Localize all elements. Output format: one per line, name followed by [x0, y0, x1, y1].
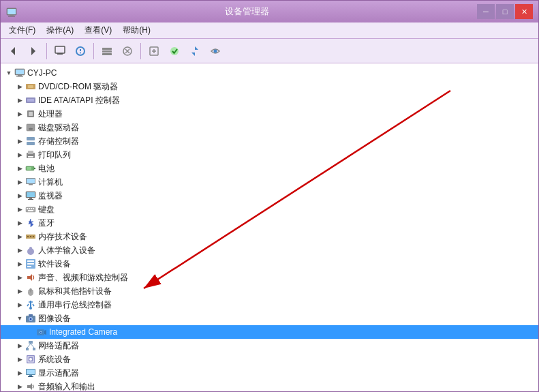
toolbar-btn3[interactable] [97, 42, 117, 61]
expand-keyboard[interactable]: ▶ [14, 204, 25, 215]
svg-line-73 [33, 304, 34, 306]
tree-computer[interactable]: ▶ 计算机 [1, 175, 538, 189]
tree-sound[interactable]: ▶ 声音、视频和游戏控制器 [1, 271, 538, 284]
svg-rect-49 [28, 199, 33, 200]
network-icon [25, 340, 36, 351]
toolbar-btn5[interactable] [144, 42, 164, 61]
tree-cpu[interactable]: ▶ 处理器 [1, 107, 538, 121]
expand-dvd[interactable]: ▶ [14, 81, 25, 92]
expand-print[interactable]: ▶ [14, 149, 25, 160]
expand-memory[interactable]: ▶ [14, 231, 25, 242]
toolbar-forward[interactable] [24, 42, 43, 61]
ide-label: IDE ATA/ATAPI 控制器 [38, 95, 120, 106]
expand-hid[interactable]: ▶ [14, 245, 25, 256]
svg-rect-30 [27, 99, 34, 102]
toolbar-btn1[interactable] [50, 42, 70, 61]
expand-storage[interactable]: ▶ [14, 136, 25, 147]
tree-network[interactable]: ▶ 网络适配器 [1, 339, 538, 352]
expand-usb[interactable]: ▶ [14, 299, 25, 310]
tree-disk[interactable]: ▶ 磁盘驱动器 [1, 121, 538, 134]
expand-monitor[interactable]: ▶ [14, 190, 25, 201]
menu-action[interactable]: 操作(A) [41, 23, 79, 37]
tree-dvd[interactable]: ▶ DVD/CD-ROM 驱动器 [1, 80, 538, 93]
svg-marker-4 [11, 47, 15, 55]
expand-disk[interactable]: ▶ [14, 122, 25, 133]
expand-root[interactable]: ▼ [3, 67, 14, 78]
toolbar-btn4[interactable] [118, 42, 137, 61]
display-icon [25, 367, 36, 378]
expand-sound[interactable]: ▶ [14, 272, 25, 283]
expand-display[interactable]: ▶ [14, 367, 25, 378]
maximize-button[interactable]: □ [496, 4, 514, 19]
hid-icon [25, 245, 36, 256]
tree-storage[interactable]: ▶ 存储控制器 [1, 134, 538, 148]
tree-display[interactable]: ▶ 显示适配器 [1, 366, 538, 380]
tree-memory[interactable]: ▶ 内存技术设备 [1, 230, 538, 243]
tree-monitor[interactable]: ▶ 监视器 [1, 189, 538, 202]
svg-point-71 [29, 307, 32, 310]
svg-rect-59 [33, 236, 34, 237]
expand-cpu[interactable]: ▶ [14, 108, 25, 119]
svg-rect-36 [27, 142, 35, 145]
toolbar-back[interactable] [3, 42, 22, 61]
device-manager-window: 设备管理器 ─ □ ✕ 文件(F) 操作(A) 查看(V) 帮助(H) [0, 0, 539, 392]
expand-battery[interactable]: ▶ [14, 163, 25, 174]
expand-bluetooth[interactable]: ▶ [14, 217, 25, 228]
svg-rect-25 [18, 75, 22, 76]
toolbar-sep-3 [140, 43, 141, 59]
menu-view[interactable]: 查看(V) [79, 23, 117, 37]
svg-rect-12 [102, 50, 112, 52]
dvd-label: DVD/CD-ROM 驱动器 [38, 81, 118, 93]
svg-rect-91 [27, 370, 35, 374]
tree-keyboard[interactable]: ▶ 键盘 [1, 202, 538, 216]
svg-rect-65 [27, 266, 31, 267]
expand-network[interactable]: ▶ [14, 340, 25, 351]
tree-audio[interactable]: ▶ 音频输入和输出 [1, 380, 538, 391]
menu-help[interactable]: 帮助(H) [117, 23, 156, 37]
expand-system[interactable]: ▶ [14, 354, 25, 365]
svg-rect-52 [29, 208, 30, 209]
disk-icon [25, 122, 36, 133]
menu-file[interactable]: 文件(F) [3, 23, 41, 37]
svg-point-20 [170, 47, 179, 55]
tree-battery[interactable]: ▶ 电池 [1, 162, 538, 175]
system-label: 系统设备 [38, 354, 71, 365]
toolbar-btn8[interactable] [206, 42, 225, 61]
expand-ide[interactable]: ▶ [14, 95, 25, 106]
tree-integrated-camera[interactable]: Integrated Camera [1, 325, 538, 339]
computer-device-icon [25, 177, 36, 187]
svg-rect-58 [30, 236, 31, 237]
tree-hid[interactable]: ▶ 人体学输入设备 [1, 243, 538, 257]
mouse-icon [25, 286, 36, 297]
svg-rect-64 [27, 263, 34, 265]
expand-camera-group[interactable]: ▼ [14, 313, 25, 324]
camera-label: Integrated Camera [49, 327, 117, 337]
expand-camera [25, 327, 36, 337]
svg-rect-48 [29, 198, 32, 199]
minimize-button[interactable]: ─ [477, 4, 495, 19]
toolbar-btn6[interactable] [165, 42, 184, 61]
tree-software[interactable]: ▶ 软件设备 [1, 257, 538, 271]
tree-print[interactable]: ▶ 打印队列 [1, 148, 538, 162]
close-button[interactable]: ✕ [515, 4, 533, 19]
storage-icon [25, 136, 36, 147]
usb-icon [25, 299, 36, 310]
usb-label: 通用串行总线控制器 [38, 299, 112, 311]
toolbar-btn7[interactable] [185, 42, 204, 61]
tree-bluetooth[interactable]: ▶ 蓝牙 [1, 216, 538, 230]
tree-usb[interactable]: ▶ 通用串行总线控制器 [1, 298, 538, 312]
svg-rect-11 [102, 48, 112, 50]
tree-camera-group[interactable]: ▼ 图像设备 [1, 312, 538, 325]
tree-mouse[interactable]: ▶ 鼠标和其他指针设备 [1, 284, 538, 298]
tree-system[interactable]: ▶ 系统设备 [1, 352, 538, 366]
content-area: ▼ CYJ-PC ▶ DVD/CD-ROM 驱动器 [1, 63, 538, 391]
expand-audio[interactable]: ▶ [14, 381, 25, 391]
svg-line-86 [31, 344, 34, 348]
expand-computer[interactable]: ▶ [14, 177, 25, 187]
expand-software[interactable]: ▶ [14, 258, 25, 269]
svg-point-80 [40, 332, 42, 333]
tree-ide[interactable]: ▶ IDE ATA/ATAPI 控制器 [1, 93, 538, 107]
tree-root[interactable]: ▼ CYJ-PC [1, 66, 538, 80]
toolbar-btn2[interactable] [71, 42, 90, 61]
expand-mouse[interactable]: ▶ [14, 286, 25, 297]
